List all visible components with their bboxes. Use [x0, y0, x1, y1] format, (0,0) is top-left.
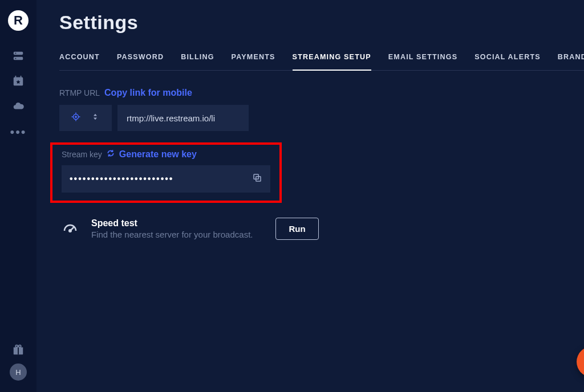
svg-point-2 — [15, 53, 17, 54]
speed-test-row: Speed test Find the nearest server for y… — [62, 218, 584, 240]
svg-marker-20 — [94, 114, 97, 116]
tab-password[interactable]: PASSWORD — [117, 45, 164, 70]
stream-key-masked-value: •••••••••••••••••••••••• — [70, 174, 173, 184]
rtmp-url-field[interactable]: rtmp://live.restream.io/li — [117, 105, 249, 131]
speed-test-title: Speed test — [91, 218, 253, 228]
copy-link-mobile[interactable]: Copy link for mobile — [104, 88, 192, 98]
run-button[interactable]: Run — [275, 218, 318, 240]
svg-point-3 — [15, 58, 17, 59]
cloud-icon — [12, 100, 25, 115]
svg-point-19 — [75, 116, 76, 117]
page-title: Settings — [59, 11, 584, 34]
user-avatar[interactable]: H — [10, 364, 27, 381]
sidebar: R ••• H — [0, 0, 36, 392]
speed-test-subtitle: Find the nearest server for your broadca… — [91, 230, 253, 239]
rtmp-server-selector[interactable] — [59, 105, 112, 131]
tab-email-settings[interactable]: EMAIL SETTINGS — [388, 45, 457, 70]
tab-payments[interactable]: PAYMENTS — [232, 45, 275, 70]
svg-marker-21 — [94, 118, 97, 120]
gauge-icon — [62, 219, 79, 239]
svg-rect-11 — [18, 347, 19, 354]
tab-branding[interactable]: BRANDING — [558, 45, 584, 70]
tab-streaming-setup[interactable]: STREAMING SETUP — [293, 45, 371, 70]
stream-key-section: Stream key Generate new key ••••••••••••… — [50, 142, 282, 203]
svg-rect-6 — [15, 76, 17, 79]
speed-test-text: Speed test Find the nearest server for y… — [91, 218, 253, 239]
sidebar-item-gifts[interactable] — [0, 338, 36, 364]
target-icon — [71, 112, 81, 124]
svg-point-25 — [69, 230, 71, 232]
svg-point-13 — [19, 345, 21, 348]
rtmp-url-label: RTMP URL — [59, 88, 100, 97]
settings-tabs: ACCOUNT PASSWORD BILLING PAYMENTS STREAM… — [59, 45, 584, 71]
calendar-star-icon — [12, 75, 25, 89]
copy-icon[interactable] — [252, 173, 262, 185]
more-icon: ••• — [10, 125, 26, 140]
rtmp-section: RTMP URL Copy link for mobile rtmp://liv… — [59, 88, 584, 131]
generate-new-key-link[interactable]: Generate new key — [119, 149, 197, 160]
support-chat-button[interactable] — [577, 346, 584, 377]
svg-point-12 — [15, 345, 18, 348]
sidebar-item-schedule[interactable] — [0, 70, 36, 95]
svg-rect-7 — [21, 76, 22, 79]
app-logo[interactable]: R — [8, 10, 29, 31]
tab-billing[interactable]: BILLING — [181, 45, 214, 70]
sort-icon — [90, 112, 100, 124]
sidebar-item-servers[interactable] — [0, 44, 36, 70]
stream-key-label: Stream key — [62, 150, 102, 159]
stream-key-field[interactable]: •••••••••••••••••••••••• — [62, 165, 270, 193]
servers-icon — [12, 50, 25, 64]
tab-social-alerts[interactable]: SOCIAL ALERTS — [474, 45, 541, 70]
tab-account[interactable]: ACCOUNT — [59, 45, 100, 70]
sidebar-item-cloud[interactable] — [0, 95, 36, 120]
refresh-icon — [107, 149, 115, 160]
sidebar-item-more[interactable]: ••• — [0, 120, 36, 145]
rtmp-url-value: rtmp://live.restream.io/li — [127, 113, 215, 123]
svg-rect-0 — [14, 52, 23, 55]
main-content: Settings ACCOUNT PASSWORD BILLING PAYMEN… — [36, 0, 584, 392]
svg-rect-1 — [14, 57, 23, 60]
gift-icon — [12, 344, 25, 358]
